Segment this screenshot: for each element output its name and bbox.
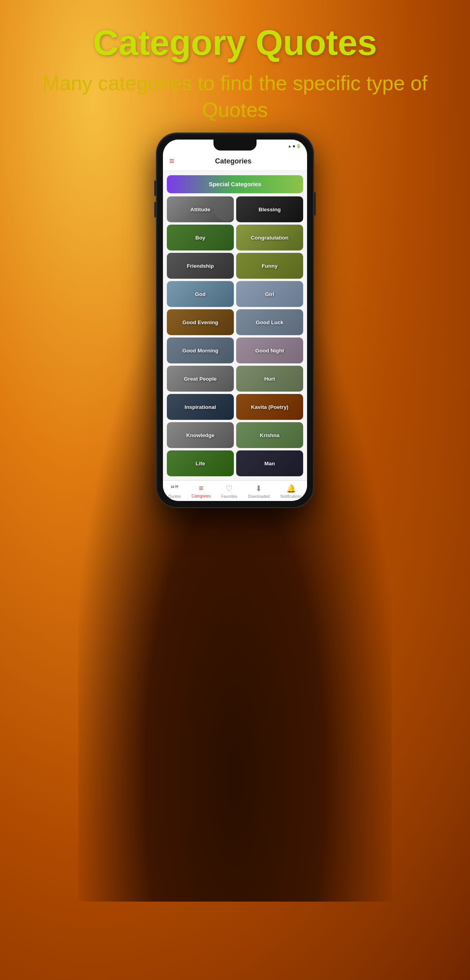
category-label-blessing: Blessing xyxy=(258,207,280,212)
category-item-life[interactable]: Life xyxy=(167,450,234,476)
nav-label-quotes: Quotes xyxy=(168,494,181,499)
hamburger-icon[interactable]: ≡ xyxy=(169,156,174,166)
category-label-life: Life xyxy=(195,461,205,466)
nav-item-categories[interactable]: ≡Categories xyxy=(192,484,210,499)
category-item-boy[interactable]: Boy xyxy=(167,225,234,250)
volume-down-button xyxy=(154,202,156,218)
category-label-boy: Boy xyxy=(195,235,206,241)
nav-label-favorites: Favorites xyxy=(221,494,237,499)
category-label-good-evening: Good Evening xyxy=(183,319,219,325)
category-item-congratulation[interactable]: Congratulation xyxy=(236,225,303,250)
nav-label-notifications: Notifications xyxy=(280,494,302,499)
status-icons: ▲ ■ 🔋 xyxy=(288,144,301,148)
category-item-friendship[interactable]: Friendship xyxy=(167,253,234,279)
category-label-krishna: Krishna xyxy=(260,432,279,438)
category-label-good-night: Good Night xyxy=(255,348,284,354)
app-header-title: Categories xyxy=(174,157,292,165)
nav-icon-favorites: ♡ xyxy=(226,484,233,493)
nav-item-quotes[interactable]: ❝❞Quotes xyxy=(168,484,181,499)
category-item-inspirational[interactable]: Inspirational xyxy=(167,394,234,420)
category-label-good-morning: Good Morning xyxy=(182,348,218,354)
category-item-kavita[interactable]: Kavita (Poetry) xyxy=(236,394,303,420)
phone-wrapper: ▲ ■ 🔋 ≡ Categories Special Categories At… xyxy=(157,133,313,507)
category-item-funny[interactable]: Funny xyxy=(236,253,303,279)
category-label-attitude: Attitude xyxy=(190,207,210,212)
nav-icon-categories: ≡ xyxy=(199,484,203,493)
category-label-inspirational: Inspirational xyxy=(184,404,216,410)
special-banner-label: Special Categories xyxy=(209,181,261,187)
category-item-good-night[interactable]: Good Night xyxy=(236,338,303,363)
category-item-hurt[interactable]: Hurt xyxy=(236,366,303,392)
phone-scene: ▲ ■ 🔋 ≡ Categories Special Categories At… xyxy=(59,118,411,902)
bottom-navigation: ❝❞Quotes≡Categories♡Favorites⬇Downloaded… xyxy=(163,480,307,501)
category-item-great-people[interactable]: Great People xyxy=(167,366,234,392)
special-categories-banner[interactable]: Special Categories xyxy=(167,175,303,193)
category-item-god[interactable]: God xyxy=(167,281,234,307)
phone-device: ▲ ■ 🔋 ≡ Categories Special Categories At… xyxy=(157,133,313,507)
category-item-attitude[interactable]: Attitude xyxy=(167,196,234,222)
nav-label-downloaded: Downloaded xyxy=(248,494,270,499)
category-label-girl: Girl xyxy=(265,291,274,297)
category-item-krishna[interactable]: Krishna xyxy=(236,422,303,448)
categories-grid: AttitudeBlessingBoyCongratulationFriends… xyxy=(163,196,307,480)
phone-screen: ▲ ■ 🔋 ≡ Categories Special Categories At… xyxy=(163,140,307,501)
category-label-great-people: Great People xyxy=(184,376,217,382)
category-item-good-evening[interactable]: Good Evening xyxy=(167,309,234,335)
nav-item-notifications[interactable]: 🔔Notifications xyxy=(280,484,302,499)
category-label-knowledge: Knowledge xyxy=(186,432,214,438)
category-item-good-luck[interactable]: Good Luck xyxy=(236,309,303,335)
category-item-blessing[interactable]: Blessing xyxy=(236,196,303,222)
volume-up-button xyxy=(154,180,156,196)
category-label-funny: Funny xyxy=(262,263,278,269)
nav-item-downloaded[interactable]: ⬇Downloaded xyxy=(248,484,270,499)
category-label-kavita: Kavita (Poetry) xyxy=(251,404,288,410)
header-section: Category Quotes Many categories to find … xyxy=(0,24,470,123)
category-item-knowledge[interactable]: Knowledge xyxy=(167,422,234,448)
power-button xyxy=(314,192,316,216)
nav-label-categories: Categories xyxy=(192,494,210,498)
phone-notch xyxy=(213,140,257,151)
category-item-girl[interactable]: Girl xyxy=(236,281,303,307)
category-label-hurt: Hurt xyxy=(264,376,275,382)
category-label-good-luck: Good Luck xyxy=(256,319,284,325)
nav-icon-quotes: ❝❞ xyxy=(170,484,179,493)
category-item-man[interactable]: Man xyxy=(236,450,303,476)
category-item-good-morning[interactable]: Good Morning xyxy=(167,338,234,363)
category-label-friendship: Friendship xyxy=(187,263,214,269)
page-subtitle: Many categories to find the specific typ… xyxy=(0,70,470,123)
nav-item-favorites[interactable]: ♡Favorites xyxy=(221,484,237,499)
app-header: ≡ Categories xyxy=(163,152,307,171)
category-label-man: Man xyxy=(264,461,275,466)
nav-icon-downloaded: ⬇ xyxy=(255,484,262,493)
category-label-god: God xyxy=(195,291,206,297)
page-title: Category Quotes xyxy=(0,24,470,62)
category-label-congratulation: Congratulation xyxy=(251,235,289,241)
nav-icon-notifications: 🔔 xyxy=(286,484,296,493)
